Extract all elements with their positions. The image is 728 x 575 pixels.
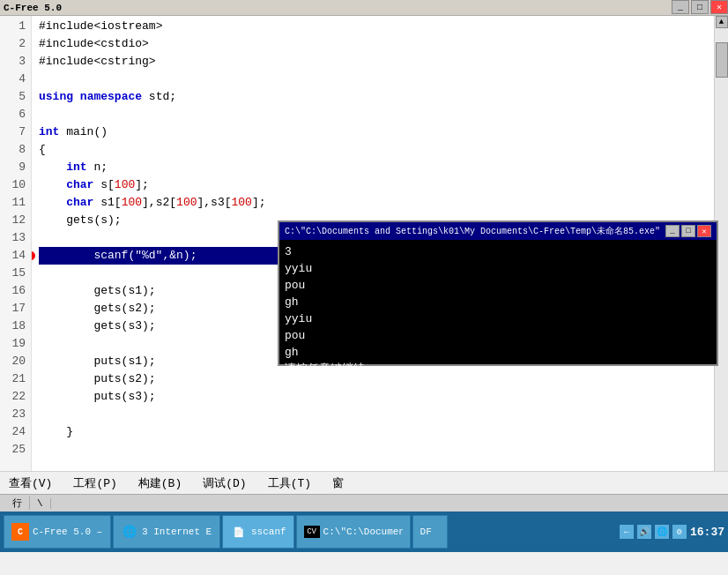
line-num-12: 12 bbox=[0, 212, 26, 229]
line-num-24: 24 bbox=[0, 423, 26, 441]
terminal-line-1: 3 bbox=[285, 243, 711, 260]
line-num-8: 8 bbox=[0, 141, 26, 159]
code-line-7: int main() bbox=[39, 123, 714, 141]
terminal-line-6: pou bbox=[285, 327, 711, 344]
window-controls: _ □ ✕ bbox=[672, 0, 728, 14]
line-num-20: 20 bbox=[0, 353, 26, 370]
editor-topbar: C-Free 5.0 _ □ ✕ bbox=[0, 0, 728, 16]
menu-build[interactable]: 构建(B) bbox=[133, 474, 187, 493]
line-num-10: 10 bbox=[0, 176, 26, 194]
terminal-controls: _ □ ✕ bbox=[665, 225, 711, 237]
sys-icon-4: ⚙ bbox=[672, 525, 687, 539]
status-bar: 行 \ bbox=[0, 494, 728, 512]
code-line-25 bbox=[39, 441, 714, 459]
terminal-maximize[interactable]: □ bbox=[681, 225, 695, 237]
line-num-9: 9 bbox=[0, 159, 26, 176]
line-num-19: 19 bbox=[0, 335, 26, 353]
terminal-label: C:\"C:\Documents and S... bbox=[323, 526, 403, 537]
menu-debug[interactable]: 调试(D) bbox=[197, 474, 251, 493]
terminal-icon: CV bbox=[304, 526, 320, 538]
sys-icon-3: 🌐 bbox=[655, 525, 669, 539]
line-num-15: 15 bbox=[0, 265, 26, 282]
editor-title: C-Free 5.0 bbox=[4, 3, 62, 13]
menu-bar: 查看(V) 工程(P) 构建(B) 调试(D) 工具(T) 窗 bbox=[0, 471, 728, 494]
clock: 16:37 bbox=[690, 526, 724, 539]
status-mode: 行 bbox=[5, 497, 30, 510]
line-num-14: 14 bbox=[0, 247, 26, 265]
code-line-1: #include<iostream> bbox=[39, 18, 714, 35]
line-num-13: 13 bbox=[0, 229, 26, 247]
code-line-8: { bbox=[39, 141, 714, 159]
terminal-window: C:\"C:\Documents and Settings\k01\My Doc… bbox=[278, 220, 718, 366]
menu-tools[interactable]: 工具(T) bbox=[263, 474, 316, 493]
line-num-11: 11 bbox=[0, 194, 26, 212]
terminal-title: C:\"C:\Documents and Settings\k01\My Doc… bbox=[285, 225, 660, 237]
line-num-23: 23 bbox=[0, 406, 26, 423]
menu-project[interactable]: 工程(P) bbox=[68, 474, 122, 493]
ie-label: 3 Internet Explorer bbox=[142, 526, 212, 537]
code-line-24: } bbox=[39, 423, 714, 441]
terminal-content: 3 yyiu pou gh yyiu pou gh 请按任意键继续. . . bbox=[279, 240, 717, 381]
terminal-line-3: pou bbox=[285, 277, 711, 294]
taskbar-terminal[interactable]: CV C:\"C:\Documents and S... bbox=[296, 515, 411, 549]
line-num-5: 5 bbox=[0, 88, 26, 106]
cfree-icon: C bbox=[11, 523, 29, 541]
terminal-titlebar: C:\"C:\Documents and Settings\k01\My Doc… bbox=[279, 222, 717, 240]
terminal-line-2: yyiu bbox=[285, 260, 711, 277]
editor-area: C-Free 5.0 _ □ ✕ 1 2 3 4 5 6 7 8 9 10 11… bbox=[0, 0, 728, 512]
taskbar: C C-Free 5.0 – [C:\D... 🌐 3 Internet Exp… bbox=[0, 512, 728, 552]
taskbar-sscanf[interactable]: 📄 sscanf bbox=[222, 515, 294, 549]
scroll-up[interactable]: ▲ bbox=[716, 16, 728, 28]
line-num-22: 22 bbox=[0, 388, 26, 406]
minimize-button[interactable]: _ bbox=[672, 0, 689, 14]
df-label: DF bbox=[420, 526, 432, 537]
sys-icon-1: ← bbox=[620, 525, 634, 539]
taskbar-ie[interactable]: 🌐 3 Internet Explorer bbox=[113, 515, 220, 549]
line-num-3: 3 bbox=[0, 53, 26, 71]
line-num-4: 4 bbox=[0, 71, 26, 88]
code-line-3: #include<cstring> bbox=[39, 53, 714, 71]
sscanf-label: sscanf bbox=[251, 526, 286, 537]
code-line-22: puts(s3); bbox=[39, 388, 714, 406]
maximize-button[interactable]: □ bbox=[691, 0, 709, 14]
terminal-line-5: yyiu bbox=[285, 310, 711, 327]
menu-view[interactable]: 查看(V) bbox=[4, 474, 57, 493]
taskbar-df[interactable]: DF bbox=[412, 515, 448, 549]
code-line-9: int n; bbox=[39, 159, 714, 176]
status-position: \ bbox=[30, 498, 51, 509]
clock-area: ← 🔊 🌐 ⚙ 16:37 bbox=[620, 525, 724, 539]
line-num-17: 17 bbox=[0, 300, 26, 317]
code-line-11: char s1[100],s2[100],s3[100]; bbox=[39, 194, 714, 212]
cfree-label: C-Free 5.0 – [C:\D... bbox=[33, 526, 103, 537]
line-num-7: 7 bbox=[0, 123, 26, 141]
close-button[interactable]: ✕ bbox=[710, 0, 728, 14]
code-line-23 bbox=[39, 406, 714, 423]
line-num-21: 21 bbox=[0, 370, 26, 388]
sys-icons: ← 🔊 🌐 ⚙ bbox=[620, 525, 687, 539]
error-dot bbox=[32, 251, 35, 260]
line-num-16: 16 bbox=[0, 282, 26, 300]
terminal-close[interactable]: ✕ bbox=[697, 225, 711, 237]
code-line-6 bbox=[39, 106, 714, 123]
sscanf-icon: 📄 bbox=[230, 523, 248, 541]
line-num-2: 2 bbox=[0, 35, 26, 53]
menu-window[interactable]: 窗 bbox=[327, 474, 349, 493]
ie-icon: 🌐 bbox=[121, 523, 138, 541]
line-numbers: 1 2 3 4 5 6 7 8 9 10 11 12 13 14 15 16 1… bbox=[0, 16, 32, 471]
sys-icon-2: 🔊 bbox=[637, 525, 651, 539]
code-container: 1 2 3 4 5 6 7 8 9 10 11 12 13 14 15 16 1… bbox=[0, 16, 728, 471]
terminal-minimize[interactable]: _ bbox=[665, 225, 680, 237]
terminal-line-8: 请按任意键继续. . . bbox=[285, 361, 711, 377]
line-num-6: 6 bbox=[0, 106, 26, 123]
code-line-2: #include<cstdio> bbox=[39, 35, 714, 53]
code-line-5: using namespace std; bbox=[39, 88, 714, 106]
line-num-25: 25 bbox=[0, 441, 26, 459]
line-num-18: 18 bbox=[0, 317, 26, 335]
scrollbar-thumb[interactable] bbox=[716, 42, 728, 78]
code-line-4 bbox=[39, 71, 714, 88]
terminal-line-4: gh bbox=[285, 294, 711, 310]
taskbar-cfree[interactable]: C C-Free 5.0 – [C:\D... bbox=[4, 515, 111, 549]
line-num-1: 1 bbox=[0, 18, 26, 35]
code-line-10: char s[100]; bbox=[39, 176, 714, 194]
terminal-line-7: gh bbox=[285, 344, 711, 361]
